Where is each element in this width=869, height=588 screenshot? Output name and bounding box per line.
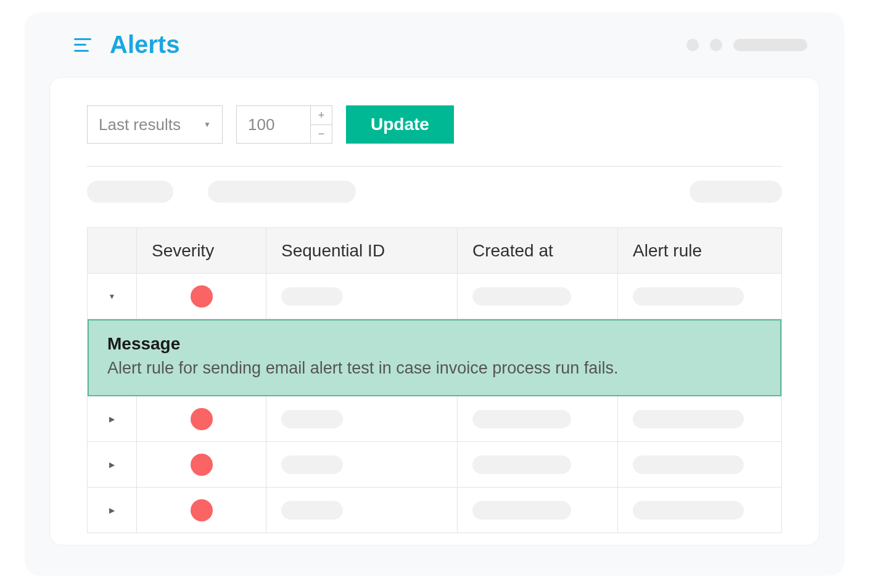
placeholder [281, 455, 343, 474]
placeholder [472, 410, 571, 428]
sequential-id-cell [266, 274, 458, 319]
placeholder [633, 287, 744, 306]
expand-icon[interactable]: ▶ [109, 460, 115, 469]
header-placeholder-dot [710, 39, 722, 51]
stepper-down-button[interactable]: − [311, 125, 332, 144]
placeholder [633, 501, 744, 520]
sequential-id-cell [266, 488, 458, 533]
app-window: Alerts Last results ▼ + − Update [25, 12, 844, 576]
placeholder [281, 287, 343, 306]
severity-cell [137, 442, 266, 488]
table-row: ▶ [88, 442, 781, 488]
severity-cell [137, 488, 266, 533]
expand-cell: ▶ [88, 396, 137, 442]
header-left: Alerts [74, 31, 179, 59]
stepper-up-button[interactable]: + [311, 106, 332, 125]
created-at-cell [458, 488, 618, 533]
alert-rule-cell [618, 488, 781, 533]
filter-row [87, 181, 782, 203]
severity-dot-icon [191, 499, 213, 521]
placeholder [472, 287, 571, 306]
expand-cell: ▼ [88, 274, 137, 319]
header-placeholder-pill [733, 39, 807, 51]
placeholder [472, 455, 571, 474]
filter-placeholder [208, 181, 356, 203]
message-body: Alert rule for sending email alert test … [107, 359, 762, 378]
table-header: Severity Sequential ID Created at Alert … [88, 228, 781, 274]
placeholder [281, 501, 343, 520]
severity-cell [137, 274, 266, 319]
severity-dot-icon [191, 454, 213, 476]
column-header-sequential-id: Sequential ID [266, 228, 458, 274]
menu-icon[interactable] [74, 38, 91, 52]
count-input[interactable] [236, 105, 310, 144]
sequential-id-cell [266, 396, 458, 442]
severity-cell [137, 396, 266, 442]
table-row: ▼ [88, 274, 781, 319]
expand-icon[interactable]: ▶ [109, 506, 115, 515]
message-title: Message [107, 334, 762, 354]
alert-rule-cell [618, 274, 781, 319]
placeholder [633, 410, 744, 428]
column-header-severity: Severity [137, 228, 266, 274]
placeholder [472, 501, 571, 520]
placeholder [281, 410, 343, 428]
expand-cell: ▶ [88, 442, 137, 488]
placeholder [633, 455, 744, 474]
filter-placeholder [87, 181, 173, 203]
severity-dot-icon [191, 285, 213, 308]
expand-cell: ▶ [88, 488, 137, 533]
sequential-id-cell [266, 442, 458, 488]
alert-rule-cell [618, 442, 781, 488]
created-at-cell [458, 274, 618, 319]
column-header-created-at: Created at [458, 228, 618, 274]
severity-dot-icon [191, 408, 213, 430]
filter-placeholder [690, 181, 782, 203]
chevron-down-icon: ▼ [204, 120, 211, 129]
header-actions [686, 39, 807, 51]
message-panel: Message Alert rule for sending email ale… [88, 319, 781, 396]
created-at-cell [458, 442, 618, 488]
alerts-table: Severity Sequential ID Created at Alert … [87, 227, 782, 533]
header-placeholder-dot [686, 39, 699, 51]
alert-rule-cell [618, 396, 781, 442]
table-row: ▶ [88, 396, 781, 442]
table-row: ▶ [88, 488, 781, 533]
column-header-expand [88, 228, 137, 274]
collapse-icon[interactable]: ▼ [109, 292, 116, 301]
controls-row: Last results ▼ + − Update [87, 105, 782, 144]
stepper-buttons: + − [310, 105, 332, 144]
content-card: Last results ▼ + − Update Severity Se [49, 77, 820, 545]
update-button[interactable]: Update [346, 105, 454, 144]
created-at-cell [458, 396, 618, 442]
results-filter-select[interactable]: Last results ▼ [87, 105, 223, 144]
page-title: Alerts [110, 31, 179, 59]
count-stepper: + − [236, 105, 332, 144]
column-header-alert-rule: Alert rule [618, 228, 781, 274]
header: Alerts [25, 12, 844, 71]
divider [87, 166, 782, 167]
results-filter-label: Last results [99, 115, 181, 134]
expand-icon[interactable]: ▶ [109, 415, 115, 423]
